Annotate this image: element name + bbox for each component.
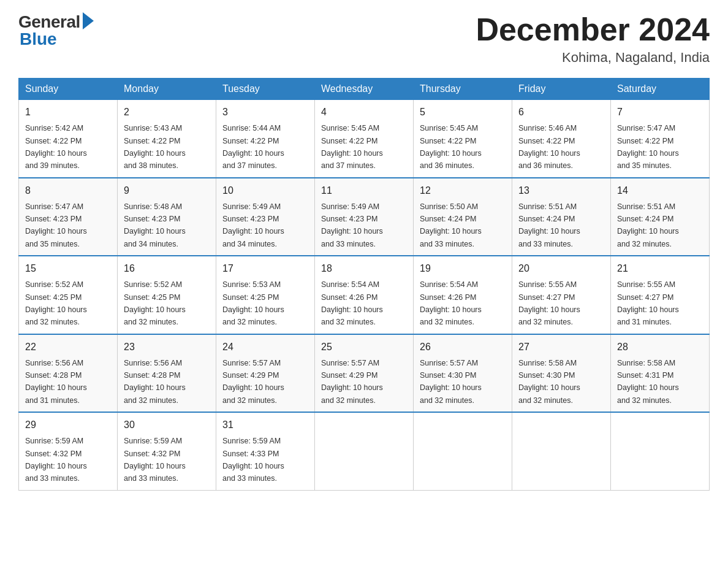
calendar-cell: 6 Sunrise: 5:46 AM Sunset: 4:22 PM Dayli… xyxy=(512,100,611,178)
day-number: 9 xyxy=(124,183,210,198)
day-header-friday: Friday xyxy=(512,79,611,100)
day-info: Sunrise: 5:47 AM Sunset: 4:23 PM Dayligh… xyxy=(25,202,87,248)
day-info: Sunrise: 5:44 AM Sunset: 4:22 PM Dayligh… xyxy=(222,124,284,170)
day-info: Sunrise: 5:43 AM Sunset: 4:22 PM Dayligh… xyxy=(124,124,186,170)
day-info: Sunrise: 5:53 AM Sunset: 4:25 PM Dayligh… xyxy=(222,280,284,326)
day-header-thursday: Thursday xyxy=(414,79,512,100)
calendar-cell: 29 Sunrise: 5:59 AM Sunset: 4:32 PM Dayl… xyxy=(19,412,118,490)
calendar-week-4: 22 Sunrise: 5:56 AM Sunset: 4:28 PM Dayl… xyxy=(19,334,710,413)
day-header-sunday: Sunday xyxy=(19,79,118,100)
calendar-cell: 30 Sunrise: 5:59 AM Sunset: 4:32 PM Dayl… xyxy=(118,412,216,490)
day-number: 11 xyxy=(321,183,407,198)
calendar-cell: 27 Sunrise: 5:58 AM Sunset: 4:30 PM Dayl… xyxy=(512,334,611,413)
day-number: 3 xyxy=(222,105,308,120)
calendar-cell xyxy=(315,412,414,490)
calendar-cell xyxy=(512,412,611,490)
day-header-saturday: Saturday xyxy=(611,79,710,100)
day-number: 8 xyxy=(25,183,111,198)
calendar-cell: 11 Sunrise: 5:49 AM Sunset: 4:23 PM Dayl… xyxy=(315,178,414,256)
month-title: December 2024 xyxy=(476,12,710,47)
day-info: Sunrise: 5:51 AM Sunset: 4:24 PM Dayligh… xyxy=(617,202,679,248)
logo-blue-text: Blue xyxy=(20,29,57,49)
day-info: Sunrise: 5:58 AM Sunset: 4:30 PM Dayligh… xyxy=(518,359,580,405)
day-number: 6 xyxy=(518,105,604,120)
calendar-cell: 23 Sunrise: 5:56 AM Sunset: 4:28 PM Dayl… xyxy=(118,334,216,413)
day-number: 23 xyxy=(124,340,210,354)
day-number: 2 xyxy=(124,105,210,120)
day-number: 27 xyxy=(518,340,604,354)
day-number: 17 xyxy=(222,261,308,276)
day-info: Sunrise: 5:57 AM Sunset: 4:29 PM Dayligh… xyxy=(321,359,383,405)
day-number: 24 xyxy=(222,340,308,354)
day-info: Sunrise: 5:57 AM Sunset: 4:30 PM Dayligh… xyxy=(420,359,482,405)
day-info: Sunrise: 5:45 AM Sunset: 4:22 PM Dayligh… xyxy=(321,124,383,170)
calendar-cell: 25 Sunrise: 5:57 AM Sunset: 4:29 PM Dayl… xyxy=(315,334,414,413)
day-info: Sunrise: 5:57 AM Sunset: 4:29 PM Dayligh… xyxy=(222,359,284,405)
calendar-cell: 5 Sunrise: 5:45 AM Sunset: 4:22 PM Dayli… xyxy=(414,100,512,178)
day-info: Sunrise: 5:58 AM Sunset: 4:31 PM Dayligh… xyxy=(617,359,679,405)
calendar-cell: 3 Sunrise: 5:44 AM Sunset: 4:22 PM Dayli… xyxy=(216,100,315,178)
calendar-cell xyxy=(611,412,710,490)
header-row: SundayMondayTuesdayWednesdayThursdayFrid… xyxy=(19,79,710,100)
calendar-week-1: 1 Sunrise: 5:42 AM Sunset: 4:22 PM Dayli… xyxy=(19,100,710,178)
calendar-cell: 22 Sunrise: 5:56 AM Sunset: 4:28 PM Dayl… xyxy=(19,334,118,413)
day-header-monday: Monday xyxy=(118,79,216,100)
day-number: 16 xyxy=(124,261,210,276)
calendar-cell: 20 Sunrise: 5:55 AM Sunset: 4:27 PM Dayl… xyxy=(512,256,611,334)
day-info: Sunrise: 5:54 AM Sunset: 4:26 PM Dayligh… xyxy=(321,280,383,326)
calendar-week-5: 29 Sunrise: 5:59 AM Sunset: 4:32 PM Dayl… xyxy=(19,412,710,490)
day-number: 12 xyxy=(420,183,506,198)
calendar-cell: 4 Sunrise: 5:45 AM Sunset: 4:22 PM Dayli… xyxy=(315,100,414,178)
day-number: 31 xyxy=(222,418,308,432)
day-info: Sunrise: 5:52 AM Sunset: 4:25 PM Dayligh… xyxy=(124,280,186,326)
day-number: 21 xyxy=(617,261,703,276)
day-info: Sunrise: 5:59 AM Sunset: 4:32 PM Dayligh… xyxy=(124,437,186,483)
day-header-tuesday: Tuesday xyxy=(216,79,315,100)
day-number: 18 xyxy=(321,261,407,276)
day-number: 19 xyxy=(420,261,506,276)
calendar-cell: 28 Sunrise: 5:58 AM Sunset: 4:31 PM Dayl… xyxy=(611,334,710,413)
day-number: 28 xyxy=(617,340,703,354)
calendar-week-2: 8 Sunrise: 5:47 AM Sunset: 4:23 PM Dayli… xyxy=(19,178,710,256)
day-number: 15 xyxy=(25,261,111,276)
calendar-cell: 10 Sunrise: 5:49 AM Sunset: 4:23 PM Dayl… xyxy=(216,178,315,256)
calendar-cell: 31 Sunrise: 5:59 AM Sunset: 4:33 PM Dayl… xyxy=(216,412,315,490)
day-info: Sunrise: 5:42 AM Sunset: 4:22 PM Dayligh… xyxy=(25,124,87,170)
calendar-cell: 9 Sunrise: 5:48 AM Sunset: 4:23 PM Dayli… xyxy=(118,178,216,256)
calendar-cell: 19 Sunrise: 5:54 AM Sunset: 4:26 PM Dayl… xyxy=(414,256,512,334)
calendar-table: SundayMondayTuesdayWednesdayThursdayFrid… xyxy=(18,78,710,491)
logo-arrow-icon xyxy=(83,12,94,29)
day-info: Sunrise: 5:59 AM Sunset: 4:33 PM Dayligh… xyxy=(222,437,284,483)
day-number: 25 xyxy=(321,340,407,354)
day-info: Sunrise: 5:56 AM Sunset: 4:28 PM Dayligh… xyxy=(25,359,87,405)
calendar-cell: 7 Sunrise: 5:47 AM Sunset: 4:22 PM Dayli… xyxy=(611,100,710,178)
day-info: Sunrise: 5:47 AM Sunset: 4:22 PM Dayligh… xyxy=(617,124,679,170)
location: Kohima, Nagaland, India xyxy=(476,50,710,66)
day-number: 30 xyxy=(124,418,210,432)
logo: General Blue xyxy=(18,12,94,49)
calendar-cell: 1 Sunrise: 5:42 AM Sunset: 4:22 PM Dayli… xyxy=(19,100,118,178)
calendar-cell: 24 Sunrise: 5:57 AM Sunset: 4:29 PM Dayl… xyxy=(216,334,315,413)
calendar-cell: 14 Sunrise: 5:51 AM Sunset: 4:24 PM Dayl… xyxy=(611,178,710,256)
day-info: Sunrise: 5:55 AM Sunset: 4:27 PM Dayligh… xyxy=(617,280,679,326)
calendar-cell: 2 Sunrise: 5:43 AM Sunset: 4:22 PM Dayli… xyxy=(118,100,216,178)
calendar-cell: 12 Sunrise: 5:50 AM Sunset: 4:24 PM Dayl… xyxy=(414,178,512,256)
day-header-wednesday: Wednesday xyxy=(315,79,414,100)
calendar-cell xyxy=(414,412,512,490)
page-header: General Blue December 2024 Kohima, Nagal… xyxy=(18,12,710,66)
day-number: 1 xyxy=(25,105,111,120)
calendar-cell: 13 Sunrise: 5:51 AM Sunset: 4:24 PM Dayl… xyxy=(512,178,611,256)
day-number: 20 xyxy=(518,261,604,276)
day-number: 29 xyxy=(25,418,111,432)
day-info: Sunrise: 5:46 AM Sunset: 4:22 PM Dayligh… xyxy=(518,124,580,170)
day-number: 14 xyxy=(617,183,703,198)
calendar-week-3: 15 Sunrise: 5:52 AM Sunset: 4:25 PM Dayl… xyxy=(19,256,710,334)
calendar-cell: 8 Sunrise: 5:47 AM Sunset: 4:23 PM Dayli… xyxy=(19,178,118,256)
day-info: Sunrise: 5:59 AM Sunset: 4:32 PM Dayligh… xyxy=(25,437,87,483)
calendar-cell: 26 Sunrise: 5:57 AM Sunset: 4:30 PM Dayl… xyxy=(414,334,512,413)
day-number: 4 xyxy=(321,105,407,120)
day-info: Sunrise: 5:45 AM Sunset: 4:22 PM Dayligh… xyxy=(420,124,482,170)
day-info: Sunrise: 5:49 AM Sunset: 4:23 PM Dayligh… xyxy=(222,202,284,248)
day-number: 7 xyxy=(617,105,703,120)
day-info: Sunrise: 5:51 AM Sunset: 4:24 PM Dayligh… xyxy=(518,202,580,248)
